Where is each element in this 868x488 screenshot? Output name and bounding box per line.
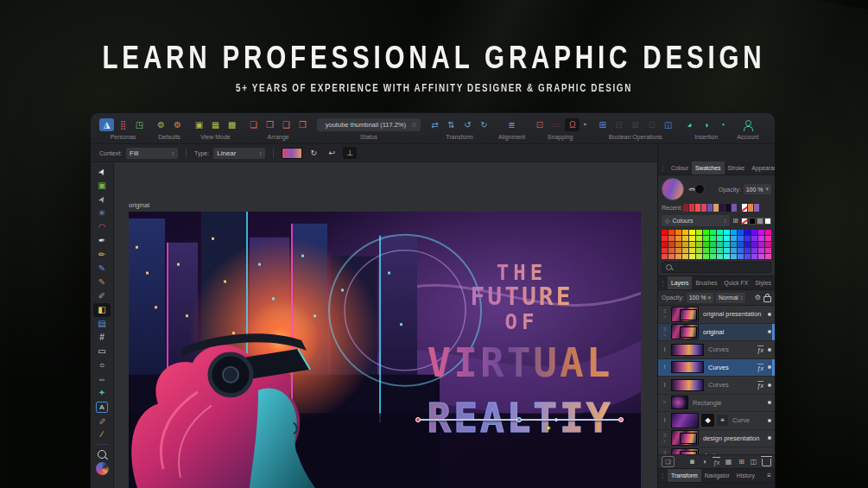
flip-vertical-icon[interactable]: ⇅ — [444, 118, 459, 131]
fill-gradient-tool[interactable]: ◧ — [93, 303, 111, 317]
context-dropdown[interactable]: Fill↕ — [126, 148, 178, 159]
current-fill-swatch[interactable] — [662, 178, 684, 200]
palette-swatch[interactable] — [662, 254, 668, 259]
boolean-add-icon[interactable]: ⊞ — [595, 118, 610, 131]
palette-swatch[interactable] — [765, 254, 771, 259]
palette-swatch[interactable] — [710, 242, 716, 247]
palette-swatch[interactable] — [696, 236, 702, 241]
palette-swatch[interactable] — [696, 242, 702, 247]
canvas[interactable]: original — [114, 162, 657, 488]
paint-brush-tool[interactable]: ✎ — [93, 276, 111, 289]
gradient-stop-tick[interactable] — [554, 418, 558, 421]
palette-swatch[interactable] — [710, 230, 716, 235]
blend-options-gear-icon[interactable]: ⚙ — [755, 294, 761, 301]
layer-drag-handle[interactable]: ⠿› — [660, 327, 669, 337]
move-to-front-icon[interactable]: ❏ — [246, 118, 261, 131]
palette-swatch[interactable] — [744, 242, 751, 247]
expander-icon[interactable]: › — [664, 332, 666, 337]
palette-swatch[interactable] — [662, 248, 668, 253]
reverse-gradient-icon[interactable]: ↩ — [325, 147, 339, 159]
shape-tool[interactable]: ✦ — [93, 386, 111, 400]
bottom-menu-icon[interactable]: ≡ — [763, 469, 775, 482]
layer-visibility-dot[interactable] — [768, 436, 771, 440]
recent-swatch[interactable] — [707, 204, 713, 212]
palette-swatch[interactable] — [758, 242, 764, 247]
opacity-dropdown[interactable]: 100 %▾ — [744, 184, 771, 194]
palette-swatch[interactable] — [731, 248, 737, 253]
palette-swatch[interactable] — [703, 236, 709, 241]
layer-fx-badge[interactable]: ƒx — [757, 345, 763, 353]
boolean-intersect-icon[interactable]: ⊠ — [628, 118, 643, 131]
palette-swatch[interactable] — [751, 242, 757, 247]
palette-swatch[interactable] — [696, 248, 702, 253]
pencil-tool[interactable]: ✏ — [93, 248, 111, 262]
panel-drag-handle[interactable]: ⋮ — [658, 276, 668, 289]
vector-view-icon[interactable]: ▣ — [192, 118, 206, 131]
palette-swatch[interactable] — [758, 254, 764, 259]
text-tool[interactable]: A — [93, 400, 111, 414]
recent-swatch[interactable] — [689, 204, 694, 212]
swatch-none[interactable] — [742, 204, 747, 212]
palette-swatch[interactable] — [731, 230, 737, 235]
palette-swatch[interactable] — [703, 230, 709, 235]
palette-swatch[interactable] — [668, 230, 675, 235]
layer-drag-handle[interactable]: ≀ — [660, 382, 669, 389]
layer-drag-handle[interactable]: ≀ — [660, 417, 669, 424]
recent-swatch[interactable] — [719, 204, 725, 212]
layer-drag-handle[interactable]: ▫ — [660, 399, 669, 406]
palette-swatch[interactable] — [703, 248, 709, 253]
layer-drag-handle[interactable]: ≀ — [660, 346, 669, 353]
palette-swatch[interactable] — [744, 248, 751, 253]
bottom-tab-history[interactable]: History — [733, 469, 758, 482]
adjustment-layer-icon[interactable]: ◑ — [700, 457, 708, 466]
palette-swatch[interactable] — [668, 248, 675, 253]
status-preset-dropdown[interactable]: youtube thumbnail (117.2%)☆ — [317, 118, 421, 131]
maintain-aspect-icon[interactable]: ⊥ — [343, 147, 357, 159]
palette-swatch[interactable] — [689, 248, 695, 253]
retina-view-icon[interactable]: ▩ — [225, 118, 239, 131]
palette-swatch[interactable] — [668, 236, 675, 241]
palette-swatch[interactable] — [731, 254, 737, 259]
palette-swatch[interactable] — [717, 230, 723, 235]
panel-drag-handle[interactable]: ⋮ — [658, 162, 668, 174]
boolean-divide-icon[interactable]: ◫ — [661, 118, 675, 131]
layer-row-curve[interactable]: ≀◆☀Curve — [658, 412, 775, 430]
swatches-tab-appearance[interactable]: Appearance — [748, 162, 775, 174]
palette-swatch[interactable] — [675, 248, 681, 253]
palette-swatch[interactable] — [682, 236, 688, 241]
palette-swatch[interactable] — [682, 254, 688, 259]
palette-swatch[interactable] — [668, 254, 675, 259]
swatches-tab-stroke[interactable]: Stroke — [725, 162, 749, 174]
palette-swatch[interactable] — [696, 230, 702, 235]
artboard-virtual-text[interactable]: VIRTUAL — [377, 339, 641, 386]
palette-swatch[interactable] — [703, 242, 709, 247]
palette-swatch[interactable] — [717, 248, 723, 253]
pixel-persona-icon[interactable]: ⣿ — [116, 118, 130, 131]
move-tool[interactable]: ➤ — [93, 165, 111, 179]
insert-on-top-icon[interactable]: ◑ — [699, 118, 713, 131]
palette-swatch[interactable] — [710, 236, 716, 241]
palette-dropdown[interactable]: ◇Colours↕ — [662, 215, 730, 226]
palette-swatch[interactable] — [758, 248, 764, 253]
swatch-view-icon[interactable]: ⊞ — [732, 217, 738, 225]
layer-row-curves[interactable]: ≀Curvesƒx — [658, 359, 775, 377]
point-transform-tool[interactable]: ✳ — [93, 206, 111, 220]
basic-swatch[interactable] — [764, 218, 771, 225]
recent-swatch[interactable] — [683, 204, 688, 212]
layer-fx-badge[interactable]: ƒx — [757, 381, 763, 389]
snapping-presets-icon[interactable]: ⊡ — [532, 118, 547, 131]
layer-effects-icon[interactable]: ƒx — [713, 457, 720, 467]
gradient-start-handle[interactable] — [415, 417, 421, 422]
palette-swatch[interactable] — [724, 230, 730, 235]
layer-visibility-dot[interactable] — [768, 401, 771, 404]
swatch-search-input[interactable] — [662, 262, 771, 273]
palette-swatch[interactable] — [675, 230, 681, 235]
node-tool[interactable]: ➤ — [93, 193, 111, 206]
palette-swatch[interactable] — [689, 254, 695, 259]
measure-tool[interactable]: ∕ — [93, 428, 111, 441]
boolean-xor-icon[interactable]: ⊡ — [644, 118, 659, 131]
swatch-none[interactable] — [741, 218, 748, 225]
pen-tool[interactable]: ✒ — [93, 234, 111, 248]
move-to-back-icon[interactable]: ❒ — [295, 118, 310, 131]
artboard-heading-text[interactable]: THE FUTURE OF — [414, 262, 630, 334]
